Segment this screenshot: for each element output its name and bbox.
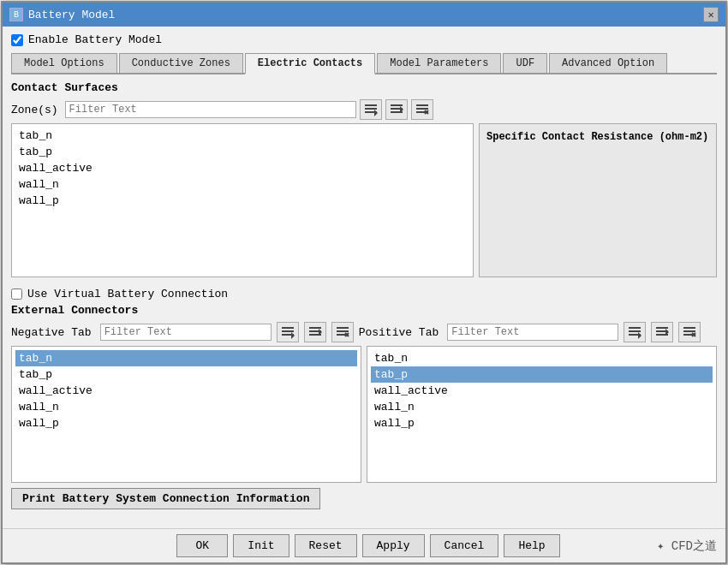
tab-model-parameters[interactable]: Model Parameters [377,53,501,73]
action-buttons: OK Init Reset Apply Cancel Help [176,534,559,557]
title-bar: B Battery Model ✕ [3,3,725,27]
zone-item-tab-n[interactable]: tab_n [15,128,469,144]
neg-item-tab-p[interactable]: tab_p [15,366,357,383]
tab-advanced-option[interactable]: Advanced Option [549,53,667,73]
tab-electric-contacts[interactable]: Electric Contacts [245,53,375,74]
pos-btn-2[interactable] [651,322,673,342]
neg-btn-2[interactable] [304,322,326,342]
neg-item-wall-p[interactable]: wall_p [15,415,357,431]
tabs-bar: Model Options Conductive Zones Electric … [11,53,717,74]
svg-rect-9 [416,108,428,110]
zone-btn-select-all[interactable] [360,99,382,120]
svg-rect-4 [391,104,403,106]
specific-resistance-label: Specific Contact Resistance (ohm-m2) [483,128,713,146]
neg-pos-filter-row: Negative Tab Positive Tab [11,322,717,342]
cancel-button[interactable]: Cancel [430,534,499,557]
pos-item-tab-n[interactable]: tab_n [371,350,713,366]
external-connectors-section: External Connectors Negative Tab Positiv… [11,304,717,483]
init-button[interactable]: Init [233,534,289,557]
bottom-bar: OK Init Reset Apply Cancel Help ✦ CFD之道 [3,528,725,562]
zone-list[interactable]: tab_n tab_p wall_active wall_n wall_p [11,123,474,277]
negative-tab-label: Negative Tab [11,326,92,339]
svg-rect-21 [337,327,349,329]
window-title: Battery Model [28,9,115,21]
ext-lists: tab_n tab_p wall_active wall_n wall_p ta… [11,346,717,483]
neg-btn-3[interactable] [331,322,354,342]
svg-rect-13 [282,327,294,329]
pos-item-wall-p[interactable]: wall_p [371,415,713,431]
battery-model-window: B Battery Model ✕ Enable Battery Model M… [1,1,727,564]
specific-resistance-panel: Specific Contact Resistance (ohm-m2) [479,123,717,277]
reset-button[interactable]: Reset [295,534,357,557]
positive-tab-filter[interactable] [447,324,618,341]
svg-rect-34 [683,327,695,329]
virtual-battery-label: Use Virtual Battery Connection [27,288,228,300]
external-connectors-label: External Connectors [11,304,717,317]
pos-item-tab-p[interactable]: tab_p [371,366,713,383]
svg-rect-1 [365,108,377,110]
print-battery-btn[interactable]: Print Battery System Connection Informat… [11,488,320,509]
ok-button[interactable]: OK [176,534,228,557]
svg-marker-16 [291,332,295,339]
close-button[interactable]: ✕ [703,7,719,22]
positive-tab-list[interactable]: tab_n tab_p wall_active wall_n wall_p [367,346,717,483]
zone-filter-input[interactable] [65,101,356,118]
virtual-battery-checkbox[interactable] [11,288,22,300]
svg-rect-26 [629,327,641,329]
enable-row: Enable Battery Model [11,33,717,46]
help-button[interactable]: Help [504,534,559,557]
svg-rect-17 [309,327,321,329]
svg-rect-22 [337,330,349,332]
neg-item-tab-n[interactable]: tab_n [15,350,357,366]
zone-btn-deselect[interactable] [385,99,408,120]
pos-btn-1[interactable] [624,322,646,342]
svg-marker-3 [374,110,378,116]
title-bar-left: B Battery Model [9,8,115,21]
svg-rect-8 [416,104,428,106]
svg-rect-14 [282,330,294,332]
enable-battery-checkbox[interactable] [11,34,23,46]
pos-btn-3[interactable] [678,322,701,342]
zone-item-wall-n[interactable]: wall_n [15,176,469,193]
svg-marker-29 [638,332,641,339]
neg-item-wall-active[interactable]: wall_active [15,383,357,399]
zone-item-wall-active[interactable]: wall_active [15,160,469,176]
svg-rect-35 [683,330,695,332]
zone-item-tab-p[interactable]: tab_p [15,144,469,160]
zone-item-wall-p[interactable]: wall_p [15,193,469,209]
print-btn-row: Print Battery System Connection Informat… [11,488,717,509]
contact-surfaces-section: Contact Surfaces Zone(s) tab_n [11,81,717,277]
cfd-logo: ✦ CFD之道 [657,538,717,554]
contact-surfaces-panels: tab_n tab_p wall_active wall_n wall_p Sp… [11,123,717,277]
tab-conductive-zones[interactable]: Conductive Zones [119,53,243,73]
tab-udf[interactable]: UDF [503,53,547,73]
zone-btn-clear[interactable] [411,99,433,120]
zone-label: Zone(s) [11,104,58,116]
window-icon: B [9,8,23,21]
neg-item-wall-n[interactable]: wall_n [15,399,357,415]
positive-tab-label: Positive Tab [359,326,439,339]
svg-rect-30 [656,327,668,329]
virtual-battery-row: Use Virtual Battery Connection [11,288,717,300]
window-body: Enable Battery Model Model Options Condu… [3,27,725,528]
svg-rect-0 [365,104,377,106]
apply-button[interactable]: Apply [362,534,425,557]
svg-rect-27 [629,330,641,332]
contact-surfaces-label: Contact Surfaces [11,81,717,94]
zone-row: Zone(s) [11,99,717,120]
pos-item-wall-active[interactable]: wall_active [371,383,713,399]
tab-model-options[interactable]: Model Options [11,53,117,73]
negative-tab-filter[interactable] [100,324,272,341]
neg-btn-1[interactable] [277,322,299,342]
enable-battery-label: Enable Battery Model [28,33,162,46]
negative-tab-list[interactable]: tab_n tab_p wall_active wall_n wall_p [11,346,361,483]
pos-item-wall-n[interactable]: wall_n [371,399,713,415]
